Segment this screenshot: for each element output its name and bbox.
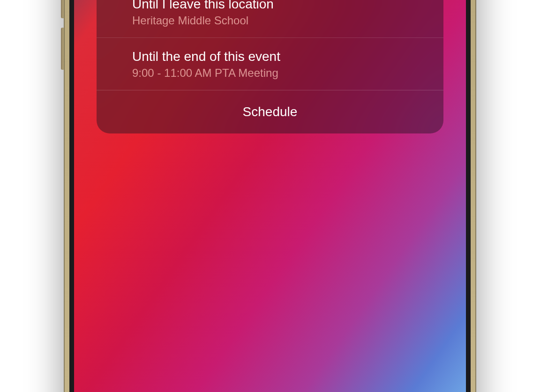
option-sublabel: 9:00 - 11:00 AM PTA Meeting	[132, 67, 280, 80]
phone-frame: Do Not Disturb For 1 hour Until	[64, 0, 476, 392]
option-label: Until the end of this event	[132, 48, 280, 65]
screen: Do Not Disturb For 1 hour Until	[74, 0, 466, 392]
option-sublabel: Heritage Middle School	[132, 14, 274, 27]
dnd-modal: Do Not Disturb For 1 hour Until	[97, 0, 443, 133]
volume-down-button[interactable]	[61, 28, 64, 70]
schedule-button[interactable]: Schedule	[97, 90, 443, 133]
option-until-leave-location[interactable]: Until I leave this location Heritage Mid…	[97, 0, 443, 38]
option-label: Until I leave this location	[132, 0, 274, 12]
phone-bezel: Do Not Disturb For 1 hour Until	[69, 0, 471, 392]
volume-up-button[interactable]	[61, 0, 64, 18]
schedule-label: Schedule	[243, 104, 298, 119]
option-until-end-of-event[interactable]: Until the end of this event 9:00 - 11:00…	[97, 38, 443, 90]
